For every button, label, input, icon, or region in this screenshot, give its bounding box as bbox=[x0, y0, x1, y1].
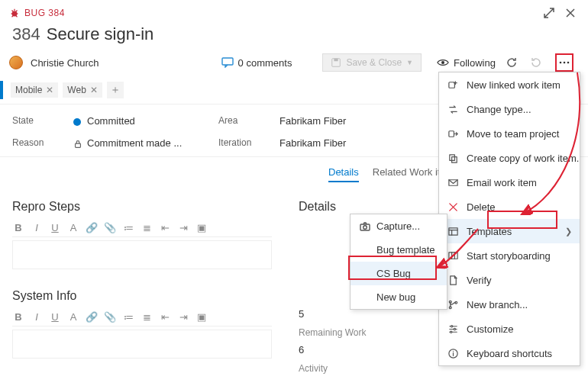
sysinfo-editor[interactable] bbox=[12, 330, 272, 359]
following-label: Following bbox=[454, 57, 496, 69]
outdent-icon[interactable]: ⇤ bbox=[159, 221, 171, 233]
svg-point-23 bbox=[450, 331, 451, 333]
menu-create-copy[interactable]: Create copy of work item... bbox=[439, 146, 580, 170]
numbered-list-icon[interactable]: ≣ bbox=[141, 221, 153, 233]
save-icon bbox=[331, 57, 341, 68]
sliders-icon bbox=[447, 323, 459, 335]
submenu-capture[interactable]: Capture... bbox=[351, 214, 447, 238]
ellipsis-icon bbox=[559, 61, 570, 64]
svg-rect-16 bbox=[448, 227, 457, 234]
branch-icon bbox=[447, 299, 459, 310]
menu-change-type[interactable]: Change type... bbox=[439, 97, 580, 121]
comments-label: 0 comments bbox=[238, 57, 292, 69]
close-icon[interactable]: ✕ bbox=[90, 85, 98, 95]
bug-id-label: BUG 384 bbox=[24, 8, 65, 18]
font-icon[interactable]: A bbox=[67, 221, 79, 233]
menu-new-linked[interactable]: New linked work item bbox=[439, 72, 580, 97]
follow-toggle[interactable]: Following bbox=[437, 57, 496, 69]
chevron-right-icon: ❯ bbox=[565, 227, 572, 236]
menu-storyboarding[interactable]: Start storyboarding bbox=[439, 243, 580, 268]
close-icon[interactable] bbox=[562, 5, 579, 21]
menu-templates[interactable]: Templates❯ bbox=[439, 219, 580, 243]
bug-type-icon bbox=[9, 8, 20, 18]
italic-icon[interactable]: I bbox=[31, 310, 43, 323]
bullet-list-icon[interactable]: ≔ bbox=[122, 310, 134, 323]
image-icon[interactable]: ▣ bbox=[195, 221, 208, 233]
save-close-label: Save & Close bbox=[346, 57, 402, 68]
menu-new-branch[interactable]: New branch... bbox=[439, 292, 580, 317]
attachment-icon[interactable]: 📎 bbox=[104, 310, 116, 323]
add-tag-button[interactable]: ＋ bbox=[107, 82, 124, 98]
font-icon[interactable]: A bbox=[67, 310, 79, 323]
avatar[interactable] bbox=[9, 56, 23, 69]
menu-customize[interactable]: Customize bbox=[439, 317, 580, 341]
tag-web[interactable]: Web✕ bbox=[63, 82, 102, 98]
more-actions-button[interactable] bbox=[555, 53, 573, 72]
menu-move-team[interactable]: Move to team project bbox=[439, 121, 580, 146]
repro-heading: Repro Steps bbox=[12, 200, 272, 214]
svg-point-4 bbox=[441, 61, 444, 64]
info-icon bbox=[447, 348, 459, 359]
attachment-icon[interactable]: 📎 bbox=[104, 221, 116, 233]
submenu-cs-bug[interactable]: CS Bug bbox=[351, 262, 447, 285]
save-close-button: Save & Close ▼ bbox=[322, 53, 422, 72]
indent-icon[interactable]: ⇥ bbox=[177, 221, 189, 233]
undo-icon[interactable] bbox=[528, 54, 544, 71]
image-icon[interactable]: ▣ bbox=[195, 310, 208, 323]
lock-icon bbox=[73, 140, 82, 149]
bold-icon[interactable]: B bbox=[12, 221, 24, 233]
numbered-list-icon[interactable]: ≣ bbox=[141, 310, 153, 323]
svg-point-6 bbox=[564, 62, 566, 64]
svg-point-21 bbox=[451, 325, 452, 326]
area-value[interactable]: Fabrikam Fiber bbox=[279, 115, 417, 127]
expand-icon[interactable] bbox=[541, 5, 557, 21]
close-icon[interactable]: ✕ bbox=[46, 85, 53, 95]
submenu-bug-template[interactable]: Bug template bbox=[351, 238, 447, 262]
storyboard-icon bbox=[447, 250, 459, 262]
delete-icon bbox=[447, 201, 459, 213]
state-dot-icon bbox=[73, 118, 81, 126]
template-icon bbox=[447, 226, 459, 237]
svg-point-7 bbox=[567, 62, 570, 64]
iteration-value[interactable]: Fabrikam Fiber bbox=[279, 137, 417, 149]
svg-rect-1 bbox=[222, 58, 233, 65]
svg-point-10 bbox=[363, 225, 367, 229]
repro-editor[interactable] bbox=[12, 240, 272, 269]
refresh-icon[interactable] bbox=[503, 54, 520, 71]
submenu-new-bug[interactable]: New bug bbox=[351, 285, 447, 309]
svg-rect-17 bbox=[448, 252, 457, 258]
bold-icon[interactable]: B bbox=[12, 310, 24, 323]
link-icon[interactable]: 🔗 bbox=[86, 310, 98, 323]
link-icon[interactable]: 🔗 bbox=[86, 221, 98, 233]
rich-text-toolbar[interactable]: B I U A 🔗 📎 ≔ ≣ ⇤ ⇥ ▣ bbox=[12, 307, 272, 326]
work-item-number: 384 bbox=[12, 24, 40, 43]
svg-point-0 bbox=[12, 11, 18, 16]
doc-icon bbox=[447, 275, 459, 286]
state-value[interactable]: Committed bbox=[73, 115, 211, 127]
menu-delete[interactable]: Delete bbox=[439, 195, 580, 219]
comments-button[interactable]: 0 comments bbox=[221, 57, 292, 69]
link-plus-icon bbox=[447, 79, 459, 91]
rich-text-toolbar[interactable]: B I U A 🔗 📎 ≔ ≣ ⇤ ⇥ ▣ bbox=[12, 218, 272, 237]
menu-shortcuts[interactable]: Keyboard shortcuts bbox=[439, 341, 580, 365]
copy-icon bbox=[447, 153, 459, 164]
mail-icon bbox=[447, 177, 459, 188]
outdent-icon[interactable]: ⇤ bbox=[159, 310, 171, 323]
svg-rect-3 bbox=[334, 59, 338, 62]
italic-icon[interactable]: I bbox=[31, 221, 43, 233]
iteration-label: Iteration bbox=[218, 137, 272, 149]
menu-email[interactable]: Email work item bbox=[439, 170, 580, 195]
underline-icon[interactable]: U bbox=[49, 310, 61, 323]
eye-icon bbox=[437, 57, 449, 68]
work-item-title: 384Secure sign-in bbox=[0, 23, 588, 49]
assignee-name[interactable]: Christie Church bbox=[31, 57, 99, 69]
bullet-list-icon[interactable]: ≔ bbox=[122, 221, 134, 233]
menu-verify[interactable]: Verify bbox=[439, 268, 580, 292]
svg-rect-12 bbox=[448, 130, 454, 137]
indent-icon[interactable]: ⇥ bbox=[177, 310, 189, 323]
reason-value[interactable]: Commitment made ... bbox=[73, 137, 211, 149]
tab-details[interactable]: Details bbox=[328, 166, 359, 182]
underline-icon[interactable]: U bbox=[49, 221, 61, 233]
tag-mobile[interactable]: Mobile✕ bbox=[11, 82, 58, 98]
state-label: State bbox=[12, 115, 66, 127]
